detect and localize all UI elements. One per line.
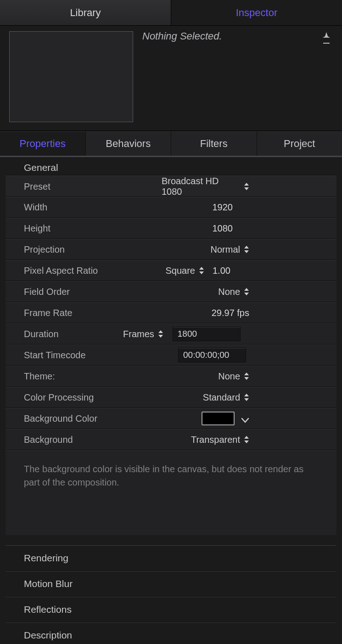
pixel-aspect-dropdown[interactable]: Square (166, 266, 205, 276)
section-rendering-label: Rendering (24, 553, 68, 564)
start-timecode-field[interactable]: 00:00:00;00 (178, 348, 246, 362)
preset-dropdown[interactable]: Broadcast HD 1080 (162, 176, 249, 197)
frame-rate-value[interactable]: 29.97 fps (212, 308, 249, 318)
pixel-aspect-value[interactable]: 1.00 (213, 266, 233, 276)
tab-library[interactable]: Library (0, 0, 171, 26)
row-start-timecode: Start Timecode 00:00:00;00 (6, 345, 336, 366)
updown-icon (244, 372, 249, 380)
theme-dropdown[interactable]: None (218, 371, 249, 382)
svg-rect-0 (323, 43, 330, 44)
row-field-order: Field Order None (6, 281, 336, 302)
row-background-color: Background Color (6, 408, 336, 429)
background-dropdown[interactable]: Transparent (191, 435, 249, 445)
background-color-label: Background Color (24, 413, 162, 424)
inspector-tab-bar: Properties Behaviors Filters Project (0, 131, 342, 157)
row-color-processing: Color Processing Standard (6, 387, 336, 408)
color-processing-dropdown[interactable]: Standard (203, 392, 249, 403)
tab-library-label: Library (70, 7, 101, 19)
top-tab-bar: Library Inspector (0, 0, 342, 26)
start-timecode-value: 00:00:00;00 (183, 350, 229, 360)
height-value[interactable]: 1080 (213, 223, 233, 234)
tab-properties-label: Properties (20, 138, 66, 150)
row-duration: Duration Frames 1800 (6, 323, 336, 345)
pixel-aspect-label: Pixel Aspect Ratio (24, 266, 162, 276)
frame-rate-label: Frame Rate (24, 308, 162, 318)
preview-area: Nothing Selected. (0, 26, 342, 131)
start-timecode-label: Start Timecode (24, 350, 162, 361)
section-reflections-label: Reflections (24, 604, 72, 615)
tab-project[interactable]: Project (257, 131, 342, 156)
tab-inspector[interactable]: Inspector (171, 0, 342, 26)
width-label: Width (24, 202, 162, 213)
field-order-label: Field Order (24, 287, 162, 297)
section-description-label: Description (24, 630, 72, 641)
row-width: Width 1920 (6, 197, 336, 218)
duration-unit-value: Frames (123, 329, 154, 339)
updown-icon (199, 266, 204, 275)
row-background: Background Transparent (6, 429, 336, 450)
background-label: Background (24, 435, 162, 445)
theme-value: None (218, 371, 240, 382)
projection-label: Projection (24, 244, 162, 255)
field-order-dropdown[interactable]: None (218, 287, 249, 297)
row-pixel-aspect: Pixel Aspect Ratio Square 1.00 (6, 260, 336, 281)
preset-value: Broadcast HD 1080 (162, 176, 240, 197)
tab-inspector-label: Inspector (236, 7, 278, 19)
tab-filters-label: Filters (200, 138, 228, 150)
chevron-down-icon[interactable] (241, 415, 249, 422)
tab-filters[interactable]: Filters (171, 131, 257, 156)
preset-label: Preset (24, 181, 162, 192)
section-general[interactable]: General (6, 157, 336, 175)
theme-label: Theme: (24, 371, 162, 382)
section-motion-blur[interactable]: Motion Blur (6, 571, 336, 597)
updown-icon (244, 182, 249, 191)
projection-dropdown[interactable]: Normal (211, 244, 249, 255)
tab-project-label: Project (284, 138, 315, 150)
updown-icon (158, 330, 163, 338)
row-projection: Projection Normal (6, 239, 336, 260)
height-label: Height (24, 223, 162, 234)
width-value[interactable]: 1920 (213, 202, 233, 213)
projection-value: Normal (211, 244, 240, 255)
duration-unit-dropdown[interactable]: Frames (123, 329, 163, 339)
tab-properties[interactable]: Properties (0, 131, 86, 156)
duration-field[interactable]: 1800 (173, 327, 241, 341)
preview-thumbnail (9, 31, 133, 122)
section-general-label: General (24, 162, 58, 173)
color-processing-value: Standard (203, 392, 240, 403)
field-order-value: None (218, 287, 240, 297)
tab-behaviors[interactable]: Behaviors (86, 131, 172, 156)
background-value: Transparent (191, 435, 240, 445)
updown-icon (244, 245, 249, 254)
color-processing-label: Color Processing (24, 392, 162, 403)
updown-icon (244, 393, 249, 401)
updown-icon (244, 288, 249, 296)
section-description[interactable]: Description (6, 622, 336, 644)
pixel-aspect-name: Square (166, 266, 196, 276)
background-note: The background color is visible in the c… (6, 450, 336, 535)
background-color-swatch[interactable] (202, 412, 235, 425)
section-rendering[interactable]: Rendering (6, 545, 336, 571)
selection-status-text: Nothing Selected. (142, 30, 222, 42)
row-frame-rate: Frame Rate 29.97 fps (6, 302, 336, 323)
tab-behaviors-label: Behaviors (106, 138, 151, 150)
section-motion-blur-label: Motion Blur (24, 578, 73, 589)
section-reflections[interactable]: Reflections (6, 597, 336, 622)
row-height: Height 1080 (6, 218, 336, 239)
row-theme: Theme: None (6, 366, 336, 387)
properties-panel: General Preset Broadcast HD 1080 Width 1… (0, 157, 342, 644)
duration-value: 1800 (178, 329, 197, 339)
pin-icon[interactable] (321, 31, 334, 46)
row-preset: Preset Broadcast HD 1080 (6, 175, 336, 197)
updown-icon (244, 435, 249, 444)
